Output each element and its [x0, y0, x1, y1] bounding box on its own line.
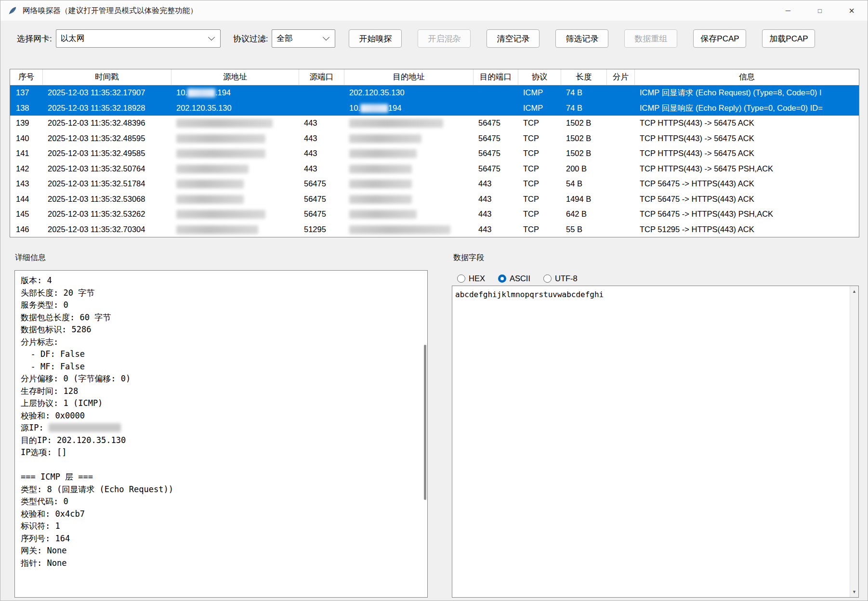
column-header-1[interactable]: 时间戳 [43, 69, 171, 85]
cell-sport: 56475 [299, 207, 344, 222]
nic-select[interactable]: 以太网 [56, 29, 221, 48]
detail-panel[interactable]: 版本: 4头部长度: 20 字节服务类型: 0数据包总长度: 60 字节数据包标… [14, 270, 428, 598]
redacted-blur [349, 225, 450, 234]
table-row[interactable]: 1382025-12-03 11:35:32.18928202.120.35.1… [10, 101, 859, 116]
radio-label: HEX [469, 274, 485, 283]
cell-proto: TCP [518, 161, 561, 177]
cell-dst [344, 146, 473, 161]
detail-line [21, 459, 421, 471]
cell-dst [344, 207, 473, 222]
cell-len: 54 B [561, 176, 607, 192]
detail-panel-label: 详细信息 [15, 253, 46, 263]
radio-button-icon[interactable] [457, 274, 465, 283]
detail-line: 服务类型: 0 [21, 299, 421, 312]
cell-proto: TCP [518, 131, 561, 146]
cell-dport: 443 [473, 176, 518, 192]
cell-dst: 10.194 [344, 101, 473, 116]
cell-src [171, 116, 299, 131]
cell-src: 10..194 [171, 85, 299, 101]
detail-line: 目的IP: 202.120.35.130 [21, 434, 421, 447]
table-row[interactable]: 1462025-12-03 11:35:32.7030451295443TCP5… [10, 222, 859, 237]
start-sniff-button[interactable]: 开始嗅探 [349, 29, 402, 48]
cell-len: 1494 B [561, 192, 607, 207]
scroll-down-icon[interactable]: ▼ [850, 588, 858, 596]
table-row[interactable]: 1452025-12-03 11:35:32.5326256475443TCP6… [10, 207, 859, 222]
detail-line: 校验和: 0x4cb7 [21, 508, 421, 521]
cell-dport: 56475 [473, 116, 518, 131]
column-header-2[interactable]: 源地址 [171, 69, 299, 85]
column-header-8[interactable]: 分片 [607, 69, 635, 85]
cell-len: 1502 B [561, 131, 607, 146]
detail-line: 序列号: 164 [21, 533, 421, 545]
column-header-6[interactable]: 协议 [518, 69, 561, 85]
column-header-9[interactable]: 信息 [635, 69, 859, 85]
scroll-up-icon[interactable]: ▲ [850, 287, 858, 295]
cell-no: 143 [10, 176, 43, 192]
minimize-button[interactable]: ─ [772, 0, 804, 21]
cell-time: 2025-12-03 11:35:32.18928 [43, 101, 171, 116]
redacted-blur [176, 149, 265, 158]
detail-scrollbar-thumb[interactable] [424, 345, 426, 500]
cell-no: 138 [10, 101, 43, 116]
filter-records-button[interactable]: 筛选记录 [555, 29, 608, 48]
redacted-blur [176, 119, 273, 128]
cell-dst [344, 116, 473, 131]
clear-records-button[interactable]: 清空记录 [487, 29, 539, 48]
detail-line: 标识符: 1 [21, 520, 421, 533]
cell-time: 2025-12-03 11:35:32.17907 [43, 85, 171, 101]
radio-utf8[interactable]: UTF-8 [543, 274, 578, 283]
table-row[interactable]: 1372025-12-03 11:35:32.1790710..194202.1… [10, 85, 859, 101]
packet-table-body: 1372025-12-03 11:35:32.1790710..194202.1… [10, 85, 859, 237]
cell-proto: TCP [518, 116, 561, 131]
detail-line: 分片偏移: 0 (字节偏移: 0) [21, 373, 421, 385]
radio-button-icon[interactable] [498, 274, 506, 283]
cell-src [171, 207, 299, 222]
cell-dst [344, 192, 473, 207]
redacted-blur [187, 89, 215, 97]
cell-time: 2025-12-03 11:35:32.50764 [43, 161, 171, 177]
close-button[interactable]: × [836, 0, 868, 21]
data-field-scrollbar[interactable]: ▲ ▼ [850, 286, 858, 597]
column-header-5[interactable]: 目的端口 [473, 69, 518, 85]
toolbar: 选择网卡: 以太网 协议过滤: 全部 开始嗅探开启混杂清空记录筛选记录数据重组保… [0, 28, 868, 49]
redacted-blur [349, 180, 412, 188]
maximize-button[interactable]: □ [804, 0, 836, 21]
cell-frag [607, 146, 635, 161]
column-header-3[interactable]: 源端口 [299, 69, 344, 85]
redacted-blur [349, 165, 412, 173]
encoding-radio-group: HEXASCIIUTF-8 [457, 271, 578, 286]
table-row[interactable]: 1432025-12-03 11:35:32.5178456475443TCP5… [10, 176, 859, 192]
cell-frag [607, 85, 635, 101]
column-header-4[interactable]: 目的地址 [344, 69, 473, 85]
cell-dst [344, 161, 473, 177]
redacted-blur [176, 210, 265, 219]
detail-line: 分片标志: [21, 336, 421, 349]
table-row[interactable]: 1442025-12-03 11:35:32.5306856475443TCP1… [10, 192, 859, 207]
table-row[interactable]: 1412025-12-03 11:35:32.4958544356475TCP1… [10, 146, 859, 161]
data-field-content: abcdefghijklmnopqrstuvwabcdefghi [452, 286, 858, 303]
save-pcap-button[interactable]: 保存PCAP [693, 29, 746, 48]
app-icon [7, 5, 18, 16]
load-pcap-button[interactable]: 加载PCAP [762, 29, 815, 48]
cell-info: TCP 56475 -> HTTPS(443) ACK [635, 192, 859, 207]
cell-info: TCP HTTPS(443) -> 56475 ACK [635, 131, 859, 146]
data-field-panel[interactable]: abcdefghijklmnopqrstuvwabcdefghi ▲ ▼ [452, 286, 859, 598]
toolbar-buttons: 开始嗅探开启混杂清空记录筛选记录数据重组保存PCAP加载PCAP [349, 29, 815, 48]
table-row[interactable]: 1422025-12-03 11:35:32.5076444356475TCP2… [10, 161, 859, 177]
cell-sport: 443 [299, 146, 344, 161]
radio-hex[interactable]: HEX [457, 274, 485, 283]
cell-no: 140 [10, 131, 43, 146]
radio-button-icon[interactable] [543, 274, 552, 283]
protocol-filter-select[interactable]: 全部 [272, 29, 335, 48]
cell-frag [607, 161, 635, 177]
cell-dport: 56475 [473, 131, 518, 146]
column-header-0[interactable]: 序号 [10, 69, 43, 85]
cell-dport: 56475 [473, 146, 518, 161]
detail-line: 类型: 8 (回显请求 (Echo Request)) [21, 483, 421, 496]
table-row[interactable]: 1392025-12-03 11:35:32.4839644356475TCP1… [10, 116, 859, 131]
table-row[interactable]: 1402025-12-03 11:35:32.4859544356475TCP1… [10, 131, 859, 146]
radio-ascii[interactable]: ASCII [498, 274, 530, 283]
column-header-7[interactable]: 长度 [561, 69, 607, 85]
cell-time: 2025-12-03 11:35:32.49585 [43, 146, 171, 161]
cell-dport [473, 101, 518, 116]
